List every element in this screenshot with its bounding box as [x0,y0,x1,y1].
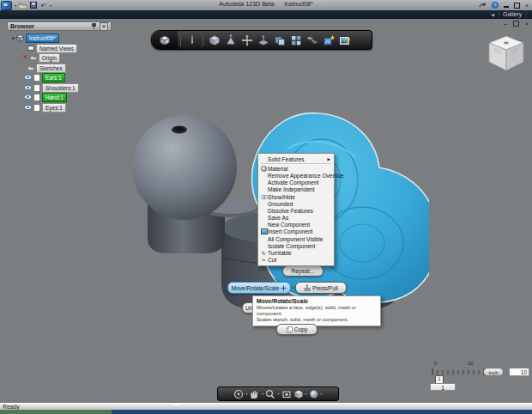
tree-item-sketches[interactable]: Sketches [27,64,66,72]
display-style-icon[interactable] [293,389,304,399]
snap-size-field[interactable]: 1 [430,383,456,391]
menu-label: Grounded [268,201,293,207]
tree-label[interactable]: Sketches [36,64,66,73]
tree-label[interactable]: Origin [39,53,60,63]
zoom-icon[interactable] [265,389,275,399]
home-view-button[interactable] [152,31,178,49]
navigation-toolbar: ▾ ▾ ▾ ▾ ▾ [217,387,339,401]
zoom-caret-icon[interactable]: ▾ [277,392,279,396]
sign-in-icon[interactable] [479,2,487,9]
menu-item-dissolve-features[interactable]: Dissolve Features [258,207,334,214]
press-pull-button[interactable]: Press/Pull [295,282,347,294]
doc-minimize-button[interactable]: – [504,21,507,27]
tree-label[interactable]: Ears:1 [42,73,65,82]
restore-button[interactable] [514,3,520,9]
image-edit-icon [339,34,351,46]
primitive-box-button[interactable] [206,33,222,47]
visibility-eye-icon[interactable] [24,94,32,100]
menu-item-make-independent[interactable]: Make Independent [258,186,334,193]
pan-hand-icon[interactable] [249,389,260,399]
browser-panel-header[interactable]: Browser ✕ [7,21,112,31]
doc-close-button[interactable]: × [525,21,529,27]
open-folder-icon[interactable] [19,2,27,9]
help-icon[interactable]: ? [492,2,499,9]
browser-close-icon[interactable]: ✕ [100,22,108,31]
document-window-controls: – × [504,21,529,27]
move-rotate-scale-button[interactable]: Move/Rotate/Scale [227,282,291,294]
doc-title: instruct08* [285,1,313,7]
component-page-icon [33,74,40,82]
tree-item-eyes[interactable]: Eyes:1 [24,103,66,112]
modify-face-button[interactable] [255,33,271,47]
menu-label: Insert Component [268,228,312,234]
tree-label[interactable]: Eyes:1 [42,103,66,113]
menu-item-turntable[interactable]: ↻ Turntable [258,249,334,256]
shading-caret-icon[interactable]: ▾ [321,392,323,396]
menu-item-new-component[interactable]: New Component [258,222,334,228]
move-button[interactable] [239,33,255,47]
menu-item-cut[interactable]: ✂ Cut [258,257,334,264]
undo-history-caret-icon[interactable]: ▾ [50,3,51,8]
visibility-eye-icon[interactable] [24,105,32,110]
tree-item-root[interactable]: instruct06* [12,33,59,42]
pattern-button[interactable] [287,33,304,47]
scene-2d-button[interactable]: 2D [320,33,336,47]
close-button[interactable]: × [525,3,529,9]
primitive-cone-button[interactable] [222,33,239,47]
visibility-eye-icon[interactable] [24,75,32,80]
component-page-icon [33,94,40,101]
menu-item-activate-component[interactable]: Activate Component [258,180,334,186]
menu-item-material[interactable]: Material [258,165,334,172]
tooltip-line-2: Scales sketch, solid, mesh or component. [257,317,377,323]
unit-toggle-button[interactable]: inch [483,368,504,376]
menu-item-solid-features[interactable]: Solid Features ▶ [258,155,334,162]
sketch-button[interactable] [184,33,200,47]
orbit-caret-icon[interactable]: ▾ [245,392,247,396]
app-logo-icon[interactable] [1,1,12,10]
app-menu-caret-icon[interactable]: ▾ [15,3,16,8]
orbit-icon[interactable] [233,389,244,399]
grid-size-field[interactable]: 10 [509,368,529,376]
minimize-button[interactable] [504,6,509,8]
copy-label: Copy [294,326,307,332]
tree-item-hand[interactable]: Hand:1 [24,93,67,101]
menu-item-all-component-visible[interactable]: All Component Visible [258,235,334,242]
tree-expander-icon[interactable] [12,37,15,40]
tree-label[interactable]: instruct06* [26,33,59,43]
fit-view-icon[interactable] [281,389,292,399]
shading-sphere-icon[interactable] [309,389,319,399]
visibility-eye-icon[interactable] [24,85,32,90]
copy-button[interactable]: Copy [276,324,317,335]
undo-icon[interactable]: ↶ [39,2,47,9]
show-hide-eye-icon [260,195,268,199]
gallery-back-icon[interactable]: ◀ [491,12,494,17]
menu-item-isolate-component[interactable]: Isolate Component [258,242,334,249]
assemble-button[interactable] [304,33,320,47]
repeat-button[interactable]: Repeat... [282,265,323,277]
tree-label[interactable]: Hand:1 [42,93,67,102]
pin-icon[interactable] [92,23,96,29]
combine-button[interactable] [271,33,287,47]
render-image-button[interactable] [336,33,353,47]
tree-item-ears[interactable]: Ears:1 [24,73,65,82]
gallery-button[interactable]: Gallery [503,11,522,17]
doc-restore-button[interactable] [513,21,519,27]
menu-item-save-as[interactable]: Save As [258,215,334,222]
panel-resize-grip[interactable] [172,403,182,405]
menu-item-remove-appearance-override[interactable]: Remove Appearance Override [258,172,334,179]
pan-caret-icon[interactable]: ▾ [262,392,263,396]
tree-label[interactable]: Named Views [36,44,77,53]
tree-item-origin[interactable]: ✕ Origin [22,53,60,62]
display-caret-icon[interactable]: ▾ [305,392,307,396]
turntable-icon: ↻ [260,250,268,256]
menu-label: Material [268,166,287,172]
gallery-divider-2: | [525,11,527,17]
tree-item-named-views[interactable]: Named Views [27,44,77,52]
menu-item-grounded[interactable]: Grounded [258,200,334,207]
tree-label[interactable]: Shoulders:1 [42,83,79,93]
view-cube[interactable] [486,33,527,74]
menu-item-show-hide[interactable]: Show/Hide [258,193,334,200]
save-icon[interactable] [29,2,37,9]
menu-item-insert-component[interactable]: Insert Component [258,228,334,235]
tree-item-shoulders[interactable]: Shoulders:1 [24,83,79,92]
